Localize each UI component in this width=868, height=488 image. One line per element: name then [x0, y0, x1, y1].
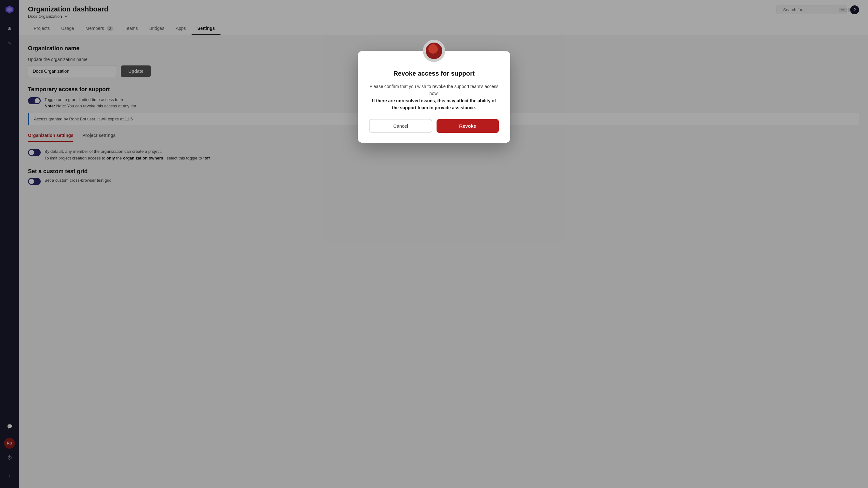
modal-avatar — [423, 40, 445, 62]
revoke-button[interactable]: Revoke — [437, 119, 499, 133]
modal-title: Revoke access for support — [393, 70, 475, 77]
modal-body-line2: If there are unresolved issues, this may… — [372, 98, 496, 110]
modal-body-line1: Please confirm that you wish to revoke t… — [370, 84, 498, 96]
cancel-button[interactable]: Cancel — [369, 119, 432, 133]
modal-overlay[interactable]: Revoke access for support Please confirm… — [0, 0, 868, 488]
revoke-modal: Revoke access for support Please confirm… — [358, 51, 510, 143]
modal-actions: Cancel Revoke — [369, 119, 499, 133]
modal-avatar-inner — [426, 42, 442, 59]
modal-body: Please confirm that you wish to revoke t… — [369, 83, 499, 112]
